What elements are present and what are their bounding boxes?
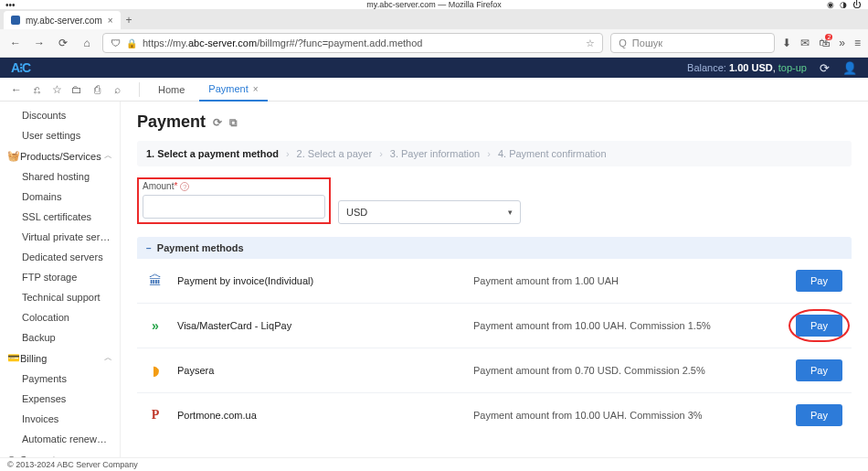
basket-icon: 🧺 [7,150,20,162]
page-title: Payment ⟳ ⧉ [137,112,852,132]
payment-method-name: Payment by invoice(Individual) [177,275,460,286]
refresh-icon[interactable]: ⟳ [213,116,222,129]
download-icon[interactable]: ⬇ [782,37,791,49]
chevron-up-icon: ︿ [104,150,112,162]
step-1[interactable]: 1. Select a payment method [146,148,279,159]
chevron-right-icon: › [286,148,290,159]
back-icon[interactable]: ← [9,83,24,96]
pay-button[interactable]: Pay [796,404,842,426]
tab-home[interactable]: Home [149,79,194,101]
bookmark-star-icon[interactable]: ☆ [586,37,595,49]
amount-input[interactable] [143,195,325,219]
sidebar-item-backup[interactable]: Backup [0,327,120,348]
lock-icon: 🔒 [126,38,137,48]
sidebar-item-expenses[interactable]: Expenses [0,389,120,409]
folder-icon[interactable]: 🗀 [69,83,84,96]
search-icon[interactable]: ⌕ [110,83,124,96]
pay-button[interactable]: Pay [796,270,842,292]
new-tab-button[interactable]: + [121,11,138,29]
payment-method-desc: Payment amount from 1.00 UAH [473,275,783,286]
back-button[interactable]: ← [7,37,24,49]
sidebar-item-user-settings[interactable]: User settings [0,125,120,145]
payment-methods-header[interactable]: − Payment methods [137,237,852,259]
tray-icon[interactable]: ◉ [827,0,834,9]
shield-icon: 🛡 [111,37,121,48]
address-bar: ← → ⟳ ⌂ 🛡 🔒 https://my.abc-server.com/bi… [0,29,868,57]
step-2: 2. Select a payer [297,148,373,159]
url-host: abc-server.com [188,37,257,48]
extension-icon[interactable]: 🛍2 [819,37,830,49]
payment-method-row: » Visa/MasterCard - LiqPay Payment amoun… [137,304,852,348]
wizard-steps: 1. Select a payment method › 2. Select a… [137,141,852,166]
payment-method-desc: Payment amount from 10.00 UAH. Commissio… [473,320,783,331]
sidebar-item-payments[interactable]: Payments [0,369,120,389]
user-icon[interactable]: 👤 [842,61,857,75]
system-tray: ◉ ◑ ⏻ [827,0,861,9]
payment-methods-title: Payment methods [157,242,244,253]
browser-tab[interactable]: my.abc-server.com × [4,11,121,29]
browser-tab-strip: my.abc-server.com × + [0,9,868,29]
sidebar-item-vps[interactable]: Virtual private servers [0,227,120,247]
payment-method-row: ◗ Paysera Payment amount from 0.70 USD. … [137,348,852,393]
sidebar-item-ssl[interactable]: SSL certificates [0,207,120,227]
sidebar-group-label: Billing [20,353,47,364]
sidebar-item-ftp[interactable]: FTP storage [0,267,120,287]
print-icon[interactable]: ⎙ [90,83,104,96]
portmone-icon: P [146,406,164,424]
sidebar-item-tech-support[interactable]: Technical support [0,287,120,307]
activities-icon: ••• [5,0,16,10]
paysera-icon: ◗ [146,361,164,380]
sidebar-item-auto-renew[interactable]: Automatic renewal of ser… [0,429,120,449]
chevron-right-icon: › [487,148,491,159]
window-title: my.abc-server.com — Mozilla Firefox [366,0,501,9]
desktop-top-bar: ••• my.abc-server.com — Mozilla Firefox … [0,0,868,9]
bookmark-icon[interactable]: ⎌ [29,83,44,96]
mail-icon[interactable]: ✉ [800,37,810,49]
tab-payment[interactable]: Payment × [199,78,267,102]
amount-label: Amount* ? [143,181,325,191]
currency-select[interactable]: USD ▾ [338,200,521,224]
tab-home-label: Home [158,84,185,95]
liqpay-icon: » [146,316,164,335]
logo[interactable]: A⁝C [11,60,30,75]
sidebar-group-billing[interactable]: 💳 Billing ︿ [0,348,120,369]
pay-button[interactable]: Pay [796,359,842,381]
favicon-icon [11,16,20,25]
topup-link[interactable]: top-up [778,62,807,73]
page-title-text: Payment [137,112,206,132]
chevron-down-icon: ▾ [508,208,513,217]
url-prefix: https://my. [143,37,188,48]
close-icon[interactable]: × [108,16,113,26]
sidebar-item-dedicated[interactable]: Dedicated servers [0,247,120,267]
forward-button[interactable]: → [31,37,48,49]
sidebar-item-shared-hosting[interactable]: Shared hosting [0,166,120,187]
bank-icon: 🏛 [146,272,164,290]
close-icon[interactable]: × [253,84,259,94]
overflow-icon[interactable]: » [839,37,845,49]
footer-copyright: © 2013-2024 ABC Server Company [0,457,868,471]
home-button[interactable]: ⌂ [79,37,95,49]
tray-icon[interactable]: ⏻ [852,0,861,9]
star-icon[interactable]: ☆ [49,83,64,96]
tray-icon[interactable]: ◑ [840,0,847,9]
popout-icon[interactable]: ⧉ [229,116,238,129]
pay-button[interactable]: Pay [796,315,842,337]
reload-button[interactable]: ⟳ [55,37,71,49]
info-icon[interactable]: ? [180,182,189,191]
sidebar-item-domains[interactable]: Domains [0,187,120,207]
sub-toolbar: ← ⎌ ☆ 🗀 ⎙ ⌕ Home Payment × [0,78,868,102]
card-icon: 💳 [7,352,20,364]
balance-value: 1.00 USD [729,62,773,73]
menu-icon[interactable]: ≡ [854,37,861,49]
sidebar-item-colocation[interactable]: Colocation [0,307,120,327]
payment-method-desc: Payment amount from 0.70 USD. Commission… [473,365,783,376]
url-text: https://my.abc-server.com/billmgr#/?func… [143,37,580,48]
sidebar-item-invoices[interactable]: Invoices [0,409,120,429]
help-icon[interactable]: ⟳ [820,61,830,75]
sidebar-item-discounts[interactable]: Discounts [0,105,120,125]
url-box[interactable]: 🛡 🔒 https://my.abc-server.com/billmgr#/?… [102,33,603,53]
chevron-up-icon: ︿ [104,352,112,364]
payment-method-name: Visa/MasterCard - LiqPay [177,320,460,331]
sidebar-group-products[interactable]: 🧺 Products/Services ︿ [0,145,120,166]
search-box[interactable]: Q Пошук [610,33,775,53]
